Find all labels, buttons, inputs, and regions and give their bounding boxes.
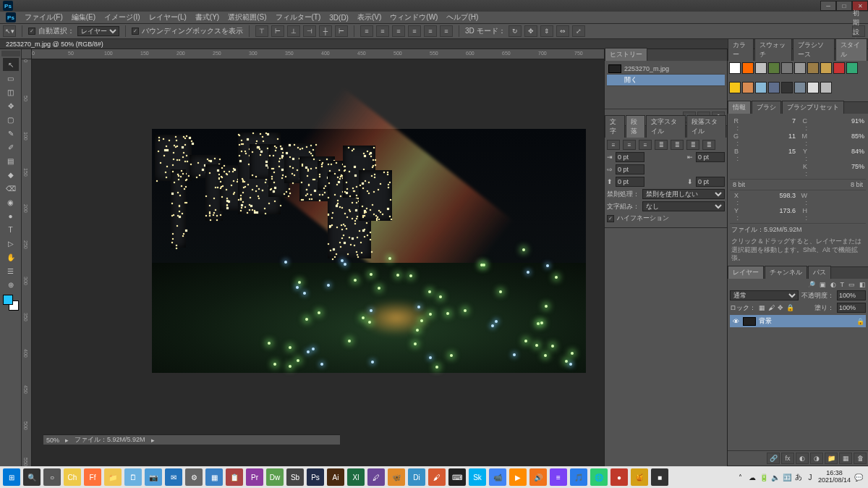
- filter-shape-icon[interactable]: ▭: [848, 281, 855, 288]
- opacity-input[interactable]: [837, 290, 866, 300]
- tool-1[interactable]: ▭: [3, 72, 19, 85]
- dist-top-icon[interactable]: ≡: [360, 25, 373, 37]
- justify-center-icon[interactable]: ≣: [671, 140, 684, 150]
- kinsoku-select[interactable]: 禁則を使用しない: [642, 189, 725, 199]
- justify-all-icon[interactable]: ≣: [702, 140, 715, 150]
- tab-paths[interactable]: パス: [808, 266, 831, 279]
- tab-channels[interactable]: チャンネル: [765, 266, 807, 279]
- taskbar-app-10[interactable]: ▦: [205, 468, 223, 486]
- lock-image-icon[interactable]: 🖌: [768, 304, 775, 311]
- tab-styles[interactable]: スタイル: [835, 38, 867, 61]
- align-right-icon[interactable]: ⊢: [335, 25, 348, 37]
- tab-brush[interactable]: ブラシ: [752, 101, 781, 114]
- menu-3d[interactable]: 3D(D): [325, 14, 353, 22]
- space-after-input[interactable]: [696, 177, 725, 187]
- tray-icon-3[interactable]: 🔈: [770, 472, 780, 482]
- swatch[interactable]: [768, 82, 780, 93]
- tab-history[interactable]: ヒストリー: [605, 48, 647, 61]
- bbox-checkbox[interactable]: ✓: [132, 28, 139, 35]
- filter-kind-icon[interactable]: 🔎: [807, 281, 815, 288]
- menu-help[interactable]: ヘルプ(H): [442, 12, 482, 22]
- document-canvas[interactable]: [152, 129, 586, 373]
- tool-5[interactable]: ✎: [3, 127, 19, 140]
- dist-v-icon[interactable]: ≡: [376, 25, 389, 37]
- tool-8[interactable]: ◆: [3, 168, 19, 181]
- document-tab[interactable]: 2253270_m.jpg @ 50% (RGB/8#): [6, 41, 103, 48]
- indent-left-input[interactable]: [616, 152, 644, 162]
- hyphenation-checkbox[interactable]: ✓: [607, 215, 614, 222]
- align-center-icon[interactable]: ≡: [623, 140, 636, 150]
- taskbar-app-28[interactable]: 🎵: [570, 468, 587, 486]
- taskbar-app-20[interactable]: Di: [408, 468, 425, 486]
- tray-icon-2[interactable]: 🔋: [759, 472, 769, 482]
- align-top-icon[interactable]: ⊤: [255, 25, 268, 37]
- auto-select-checkbox[interactable]: ✓: [28, 28, 35, 35]
- menu-select[interactable]: 選択範囲(S): [224, 12, 271, 22]
- tool-16[interactable]: ⊕: [3, 278, 19, 291]
- tool-7[interactable]: ▤: [3, 154, 19, 167]
- swatch[interactable]: [807, 82, 819, 93]
- taskbar-app-16[interactable]: Ai: [327, 468, 344, 486]
- taskbar-app-3[interactable]: Ch: [64, 468, 81, 486]
- taskbar-app-17[interactable]: Xl: [347, 468, 365, 486]
- taskbar-app-22[interactable]: ⌨: [448, 468, 466, 486]
- tray-icon-4[interactable]: 🈁: [782, 472, 792, 482]
- zoom-level[interactable]: 50%: [46, 437, 59, 444]
- space-before-input[interactable]: [616, 177, 644, 187]
- tab-brushpreset[interactable]: ブラシプリセット: [782, 101, 844, 114]
- swatch[interactable]: [794, 82, 806, 93]
- lock-pos-icon[interactable]: ✥: [778, 304, 783, 311]
- swatch[interactable]: [820, 82, 832, 93]
- lock-trans-icon[interactable]: ▦: [759, 304, 765, 311]
- taskbar-app-24[interactable]: 📹: [489, 468, 506, 486]
- align-hcenter-icon[interactable]: ┼: [319, 25, 332, 37]
- ruler-horizontal[interactable]: 0501001502002503003504004505005506006507…: [32, 49, 604, 59]
- tab-character[interactable]: 文字: [605, 115, 625, 138]
- 3d-slide-icon[interactable]: ⇔: [556, 25, 569, 37]
- tool-6[interactable]: ✐: [3, 140, 19, 153]
- menu-image[interactable]: イメージ(I): [100, 12, 144, 22]
- tool-12[interactable]: T: [3, 223, 19, 236]
- tool-10[interactable]: ◉: [3, 195, 19, 209]
- taskbar-app-2[interactable]: ○: [43, 468, 61, 486]
- taskbar-app-29[interactable]: 🌐: [590, 468, 608, 486]
- swatch[interactable]: [729, 62, 741, 74]
- taskbar-app-7[interactable]: 📷: [145, 468, 162, 486]
- tray-icon-5[interactable]: あ: [793, 472, 804, 482]
- tab-color[interactable]: カラー: [728, 38, 754, 61]
- swatch[interactable]: [781, 82, 793, 93]
- align-vcenter-icon[interactable]: ⊢: [271, 25, 284, 37]
- filter-type-icon[interactable]: T: [841, 281, 845, 288]
- swatch[interactable]: [729, 82, 741, 93]
- fg-color[interactable]: [3, 295, 13, 305]
- menu-type[interactable]: 書式(Y): [191, 12, 224, 22]
- ruler-vertical[interactable]: 0501001502002503003504004505005506006507…: [22, 59, 32, 466]
- 3d-orbit-icon[interactable]: ↻: [509, 25, 522, 37]
- tab-swatches[interactable]: スウォッチ: [754, 38, 791, 61]
- tool-4[interactable]: ▢: [3, 113, 19, 126]
- link-layers-icon[interactable]: 🔗: [767, 453, 780, 464]
- align-right-icon[interactable]: ≡: [639, 140, 652, 150]
- visibility-icon[interactable]: 👁: [731, 317, 740, 326]
- dist-bottom-icon[interactable]: ≡: [392, 25, 405, 37]
- layer-mask-icon[interactable]: ◐: [796, 453, 809, 464]
- tool-2[interactable]: ◫: [3, 85, 19, 98]
- toolbox-grip[interactable]: [1, 51, 20, 56]
- tray-icon-0[interactable]: ˄: [736, 472, 746, 482]
- taskbar-app-25[interactable]: ▶: [509, 468, 527, 486]
- tab-charstyle[interactable]: 文字スタイル: [646, 115, 686, 138]
- swatch[interactable]: [755, 62, 767, 74]
- taskbar-app-21[interactable]: 🖌: [428, 468, 446, 486]
- taskbar-app-14[interactable]: Sb: [286, 468, 304, 486]
- menu-file[interactable]: ファイル(F): [20, 12, 67, 22]
- fill-input[interactable]: [837, 303, 866, 313]
- tool-11[interactable]: ●: [3, 209, 19, 222]
- taskbar-app-12[interactable]: Pr: [246, 468, 263, 486]
- taskbar-app-19[interactable]: 🦋: [388, 468, 405, 486]
- dist-left-icon[interactable]: ≡: [408, 25, 421, 37]
- lock-all-icon[interactable]: 🔒: [786, 304, 794, 311]
- auto-select-dropdown[interactable]: レイヤー: [77, 26, 119, 36]
- 3d-pan-icon[interactable]: ✥: [524, 25, 537, 37]
- 3d-scale-icon[interactable]: ⤢: [572, 25, 585, 37]
- tab-paragraph[interactable]: 段落: [626, 115, 646, 138]
